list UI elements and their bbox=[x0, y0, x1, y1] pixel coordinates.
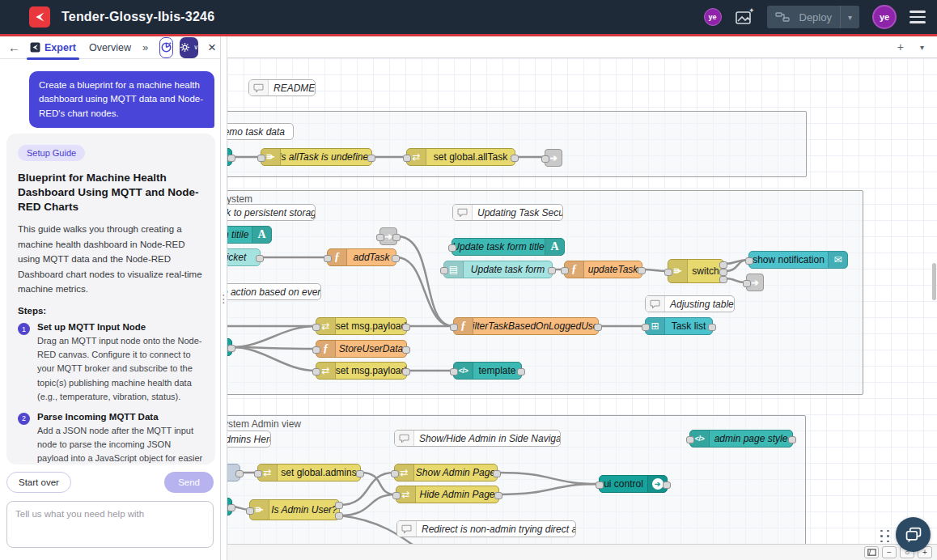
flow-canvas[interactable]: + ▾ SystemSystem Admin viewREADMEDemo ta… bbox=[227, 36, 937, 560]
panel-resize-handle[interactable]: ⋮ bbox=[220, 36, 227, 560]
deploy-button[interactable]: Deploy ▾ bbox=[767, 6, 860, 28]
node-updatetask[interactable]: ƒupdateTask bbox=[564, 261, 642, 278]
comment-persistent-storage[interactable]: Saving all task to persistent storage bbox=[227, 204, 316, 221]
node-ui-control[interactable]: ui control➔ bbox=[599, 475, 668, 493]
node-admin-page-style[interactable]: </>admin page style bbox=[689, 430, 793, 448]
port-in[interactable] bbox=[403, 155, 411, 162]
port-out[interactable] bbox=[227, 345, 235, 352]
node-update-task-form-title[interactable]: Update task form titleA bbox=[452, 238, 565, 256]
port-out[interactable] bbox=[402, 346, 410, 354]
comment-show-hide-admin[interactable]: Show/Hide Admin in Side Navigation bbox=[394, 430, 561, 447]
port-out[interactable] bbox=[402, 324, 410, 331]
send-button[interactable]: Send bbox=[164, 472, 214, 493]
assistant-chat-button[interactable] bbox=[896, 517, 931, 552]
port-in[interactable] bbox=[440, 267, 448, 274]
back-icon[interactable]: ← bbox=[8, 40, 20, 54]
zoom-out-button[interactable]: − bbox=[882, 546, 897, 558]
port-out[interactable] bbox=[719, 261, 727, 269]
avatar-small[interactable]: ye bbox=[704, 8, 722, 26]
node-link-out-1[interactable]: ➔ bbox=[545, 149, 562, 167]
node-show-admin-page[interactable]: ⇄Show Admin Page bbox=[394, 464, 498, 482]
tab-expert[interactable]: Expert bbox=[27, 36, 79, 59]
port-in[interactable] bbox=[596, 482, 604, 489]
port-out[interactable] bbox=[392, 234, 401, 241]
ai-snapshot-icon[interactable]: ✦ bbox=[735, 8, 754, 26]
setup-guide-card[interactable]: Setup Guide Blueprint for Machine Health… bbox=[6, 134, 215, 465]
avatar-large[interactable]: ye bbox=[872, 5, 897, 29]
port-in[interactable] bbox=[376, 234, 384, 241]
node-is-alltask-undefined[interactable]: ⋔Is allTask is undefined bbox=[261, 148, 372, 166]
flow-list-button[interactable]: ▾ bbox=[920, 43, 924, 52]
node-switch[interactable]: ⋔switch bbox=[668, 259, 724, 283]
port-out[interactable] bbox=[335, 502, 343, 509]
help-input[interactable] bbox=[6, 501, 214, 548]
port-out[interactable] bbox=[356, 470, 364, 477]
port-out[interactable] bbox=[708, 324, 716, 331]
node-ticket[interactable]: Open ticket bbox=[227, 248, 261, 266]
port-out[interactable] bbox=[788, 436, 796, 443]
port-out[interactable] bbox=[494, 492, 502, 499]
node-addtask[interactable]: ƒaddTask bbox=[327, 248, 396, 266]
port-in[interactable] bbox=[254, 470, 262, 477]
node-inject-admins[interactable] bbox=[227, 464, 240, 482]
close-panel-icon[interactable]: × bbox=[208, 40, 216, 56]
settings-button[interactable]: ∨ bbox=[180, 37, 198, 58]
port-in[interactable] bbox=[312, 324, 320, 331]
port-in[interactable] bbox=[391, 470, 399, 477]
port-out[interactable] bbox=[227, 504, 235, 511]
node-link-2[interactable]: ➔ bbox=[379, 227, 397, 245]
port-in[interactable] bbox=[312, 346, 320, 354]
node-filtertask[interactable]: ƒfilterTaskBasedOnLoggedUser bbox=[453, 317, 599, 335]
port-out[interactable] bbox=[235, 470, 244, 477]
port-out[interactable] bbox=[663, 482, 671, 489]
port-in[interactable] bbox=[246, 507, 254, 515]
comment-readme[interactable]: README bbox=[248, 79, 316, 96]
port-in[interactable] bbox=[450, 324, 458, 331]
start-over-button[interactable]: Start over bbox=[6, 472, 71, 493]
port-out[interactable] bbox=[335, 512, 343, 520]
node-is-admin-user[interactable]: ⋔Is Admin User? bbox=[249, 499, 340, 520]
port-out[interactable] bbox=[719, 269, 727, 276]
node-storeuserdata[interactable]: ƒStoreUserData bbox=[316, 340, 407, 358]
port-in[interactable] bbox=[743, 280, 751, 287]
node-update-task-form[interactable]: ▤Update task form bbox=[443, 261, 553, 278]
port-in[interactable] bbox=[745, 257, 753, 265]
node-task-form-title[interactable]: Task form titileA bbox=[227, 226, 272, 244]
port-out[interactable] bbox=[402, 368, 410, 375]
port-out[interactable] bbox=[638, 267, 646, 274]
deploy-caret[interactable]: ▾ bbox=[840, 6, 859, 28]
canvas-vertical-scrollbar[interactable] bbox=[932, 263, 936, 300]
node-source-2[interactable] bbox=[227, 338, 232, 356]
port-out[interactable] bbox=[392, 255, 400, 262]
port-out[interactable] bbox=[719, 276, 727, 283]
comment-updating-task-securely[interactable]: Updating Task Securely bbox=[452, 204, 563, 221]
port-out[interactable] bbox=[493, 470, 501, 477]
port-in[interactable] bbox=[312, 368, 320, 375]
port-in[interactable] bbox=[324, 255, 332, 262]
port-out[interactable] bbox=[594, 324, 602, 331]
port-out[interactable] bbox=[511, 155, 519, 162]
port-out[interactable] bbox=[227, 155, 235, 162]
node-hide-admin-page[interactable]: ⇄Hide Admin Page bbox=[396, 486, 499, 503]
node-set-global-alltask[interactable]: ⇄set global.allTask bbox=[406, 148, 515, 166]
comment-action-based-on-event[interactable]: Take action based on event bbox=[227, 283, 321, 300]
main-menu-icon[interactable] bbox=[909, 11, 926, 23]
add-flow-button[interactable]: + bbox=[897, 40, 904, 53]
port-in[interactable] bbox=[642, 324, 650, 331]
app-logo-icon[interactable] bbox=[29, 6, 50, 28]
tab-overflow-icon[interactable]: » bbox=[142, 41, 148, 53]
node-task-list[interactable]: ⊞Task list bbox=[645, 317, 713, 335]
port-in[interactable] bbox=[392, 492, 401, 499]
port-out[interactable] bbox=[517, 368, 525, 375]
node-source-3[interactable] bbox=[227, 498, 232, 515]
node-show-notification[interactable]: show notification✉ bbox=[748, 251, 848, 269]
node-set-msg-payload-2[interactable]: ⇄set msg.payload bbox=[316, 362, 407, 380]
insights-button[interactable]: ✦ bbox=[159, 37, 173, 58]
node-set-msg-payload-1[interactable]: ⇄set msg.payload bbox=[316, 317, 407, 335]
navigator-button[interactable] bbox=[864, 546, 879, 558]
comment-redirect-non-admin[interactable]: Redirect is non-admin trying direct acce… bbox=[396, 520, 576, 537]
flow-workspace[interactable]: SystemSystem Admin viewREADMEDemo task d… bbox=[227, 58, 937, 544]
port-in[interactable] bbox=[257, 155, 265, 162]
port-in[interactable] bbox=[450, 368, 458, 375]
node-set-global-admins[interactable]: ⇄set global.admins bbox=[257, 464, 361, 482]
